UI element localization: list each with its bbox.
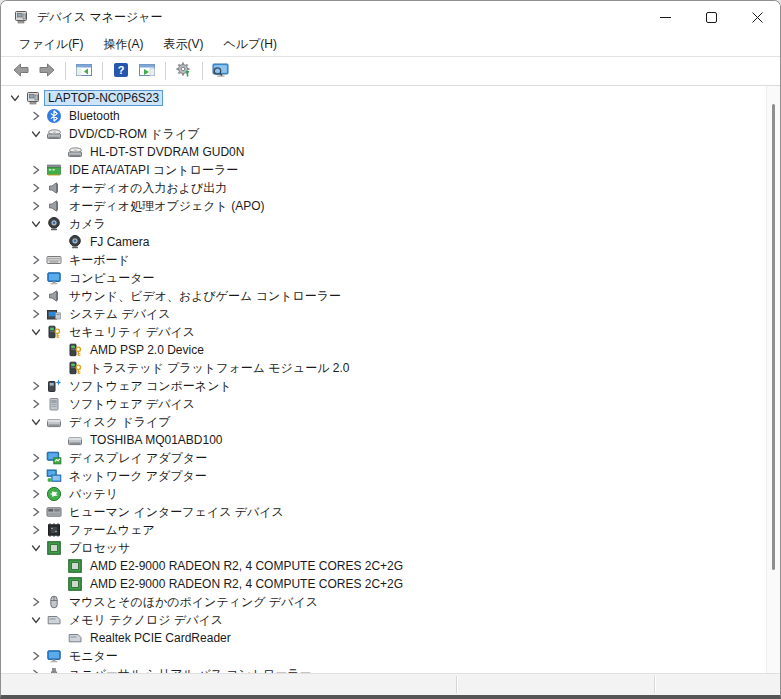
chevron-right-icon[interactable] [28, 522, 44, 538]
chevron-placeholder [49, 234, 65, 250]
tree-node-label: Bluetooth [66, 109, 123, 123]
chevron-right-icon[interactable] [28, 288, 44, 304]
chevron-down-icon[interactable] [28, 612, 44, 628]
menu-help[interactable]: ヘルプ(H) [213, 33, 287, 56]
tree-row[interactable]: システム デバイス [1, 305, 780, 323]
tree-row[interactable]: キーボード [1, 251, 780, 269]
tree-row[interactable]: Bluetooth [1, 107, 780, 125]
chevron-right-icon[interactable] [28, 252, 44, 268]
tree-row[interactable]: AMD PSP 2.0 Device [1, 341, 780, 359]
tree-row[interactable]: AMD E2-9000 RADEON R2, 4 COMPUTE CORES 2… [1, 557, 780, 575]
chevron-right-icon[interactable] [28, 504, 44, 520]
computer-search-button[interactable] [209, 60, 233, 82]
tree-row[interactable]: TOSHIBA MQ01ABD100 [1, 431, 780, 449]
chevron-right-icon[interactable] [28, 666, 44, 673]
software-component-icon [46, 378, 62, 394]
tree-row[interactable]: カメラ [1, 215, 780, 233]
chevron-right-icon[interactable] [28, 468, 44, 484]
tree-row[interactable]: ディスク ドライブ [1, 413, 780, 431]
chevron-right-icon[interactable] [28, 648, 44, 664]
tree-row[interactable]: Realtek PCIE CardReader [1, 629, 780, 647]
scan-hardware-changes-button[interactable] [172, 60, 196, 82]
ide-controller-icon [46, 162, 62, 178]
chevron-right-icon[interactable] [28, 198, 44, 214]
chevron-right-icon[interactable] [28, 486, 44, 502]
tree-row[interactable]: ソフトウェア デバイス [1, 395, 780, 413]
scan-gear-icon [175, 61, 193, 81]
tree-node-label: HL-DT-ST DVDRAM GUD0N [87, 145, 247, 159]
tree-node-label: キーボード [66, 253, 133, 267]
minimize-button[interactable] [642, 1, 688, 33]
help-button[interactable]: ? [109, 60, 133, 82]
chevron-right-icon[interactable] [28, 180, 44, 196]
chevron-down-icon[interactable] [28, 414, 44, 430]
properties-button[interactable] [135, 60, 159, 82]
chevron-right-icon[interactable] [28, 396, 44, 412]
tree-row[interactable]: ヒューマン インターフェイス デバイス [1, 503, 780, 521]
tree-row[interactable]: プロセッサ [1, 539, 780, 557]
tree-row[interactable]: ソフトウェア コンポーネント [1, 377, 780, 395]
back-button[interactable] [9, 60, 33, 82]
tree-row[interactable]: マウスとそのほかのポインティング デバイス [1, 593, 780, 611]
tree-row[interactable]: IDE ATA/ATAPI コントローラー [1, 161, 780, 179]
tree-row[interactable]: ネットワーク アダプター [1, 467, 780, 485]
tree-row[interactable]: モニター [1, 647, 780, 665]
chevron-right-icon[interactable] [28, 306, 44, 322]
tree-row[interactable]: トラステッド プラットフォーム モジュール 2.0 [1, 359, 780, 377]
tree-row[interactable]: AMD E2-9000 RADEON R2, 4 COMPUTE CORES 2… [1, 575, 780, 593]
tree-node-label: ファームウェア [66, 523, 158, 537]
show-console-tree-button[interactable] [72, 60, 96, 82]
chevron-right-icon[interactable] [28, 450, 44, 466]
menu-view[interactable]: 表示(V) [153, 33, 213, 56]
tree-row[interactable]: メモリ テクノロジ デバイス [1, 611, 780, 629]
tree-node-label: ディスプレイ アダプター [66, 451, 210, 465]
tree-node-label: ディスク ドライブ [66, 415, 174, 429]
chevron-down-icon[interactable] [7, 90, 23, 106]
close-button[interactable] [734, 1, 780, 33]
processor-icon [67, 558, 83, 574]
tree-row[interactable]: HL-DT-ST DVDRAM GUD0N [1, 143, 780, 161]
tree-node-label: メモリ テクノロジ デバイス [66, 613, 226, 627]
tree-row[interactable]: LAPTOP-NC0P6S23 [1, 89, 780, 107]
menu-action[interactable]: 操作(A) [93, 33, 153, 56]
tree-node-label: DVD/CD-ROM ドライブ [66, 127, 202, 141]
tree-row[interactable]: ディスプレイ アダプター [1, 449, 780, 467]
maximize-button[interactable] [688, 1, 734, 33]
chevron-right-icon[interactable] [28, 162, 44, 178]
chevron-down-icon[interactable] [28, 216, 44, 232]
window-controls [642, 1, 780, 33]
security-icon [67, 342, 83, 358]
toolbar: ? [1, 57, 780, 86]
chevron-down-icon[interactable] [28, 126, 44, 142]
tree-row[interactable]: サウンド、ビデオ、およびゲーム コントローラー [1, 287, 780, 305]
device-tree[interactable]: LAPTOP-NC0P6S23BluetoothDVD/CD-ROM ドライブH… [1, 86, 780, 673]
forward-button[interactable] [35, 60, 59, 82]
tree-row[interactable]: コンピューター [1, 269, 780, 287]
tree-row[interactable]: オーディオ処理オブジェクト (APO) [1, 197, 780, 215]
tree-row[interactable]: ユニバーサル シリアル バス コントローラー [1, 665, 780, 673]
tree-row[interactable]: ファームウェア [1, 521, 780, 539]
speaker-icon [46, 288, 62, 304]
tree-row[interactable]: バッテリ [1, 485, 780, 503]
chevron-placeholder [49, 432, 65, 448]
tree-node-label: ヒューマン インターフェイス デバイス [66, 505, 287, 519]
chevron-down-icon[interactable] [28, 540, 44, 556]
tree-row[interactable]: DVD/CD-ROM ドライブ [1, 125, 780, 143]
tree-node-label: ネットワーク アダプター [66, 469, 210, 483]
software-device-icon [46, 396, 62, 412]
vertical-scrollbar[interactable] [766, 86, 780, 673]
chevron-right-icon[interactable] [28, 270, 44, 286]
tree-node-label: トラステッド プラットフォーム モジュール 2.0 [87, 361, 352, 375]
tree-row[interactable]: FJ Camera [1, 233, 780, 251]
chevron-right-icon[interactable] [28, 594, 44, 610]
menu-file[interactable]: ファイル(F) [9, 33, 93, 56]
tree-row[interactable]: オーディオの入力および出力 [1, 179, 780, 197]
scrollbar-thumb[interactable] [772, 104, 775, 570]
chevron-down-icon[interactable] [28, 324, 44, 340]
tree-node-label: バッテリ [66, 487, 121, 501]
chevron-right-icon[interactable] [28, 378, 44, 394]
properties-icon [138, 62, 156, 81]
battery-icon [46, 486, 62, 502]
chevron-right-icon[interactable] [28, 108, 44, 124]
tree-row[interactable]: セキュリティ デバイス [1, 323, 780, 341]
